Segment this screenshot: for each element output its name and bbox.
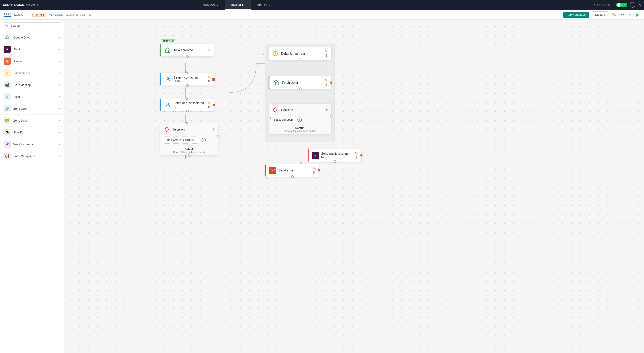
fetch-ticket-node[interactable]: Fetch ticket ✏️ 🗑 (268, 76, 331, 89)
tab-history[interactable]: HISTORY (251, 0, 277, 10)
tab-logic[interactable]: LOGIC (14, 13, 23, 16)
ticket-created-node[interactable]: REALTIME Ticket created ✏️ (160, 44, 214, 56)
apply-changes-button[interactable]: Apply changes (563, 12, 589, 18)
undo-button[interactable]: ↩ (620, 12, 625, 18)
decision-header: Decision 🗑 (268, 104, 331, 116)
shopify-icon: 🛍 (4, 129, 11, 136)
add-condition-button[interactable]: + (298, 118, 302, 122)
red-indicator (360, 154, 362, 156)
delete-icon[interactable]: 🗑 (325, 108, 328, 112)
decision2-node[interactable]: Decision 🗑 Status still open + Default N… (268, 104, 331, 134)
crm-icon (164, 76, 171, 83)
sidebar-item-google-drive[interactable]: Google Drive ▾ (0, 32, 64, 44)
edit-icon[interactable]: ✏️ (207, 101, 211, 104)
send-email-node[interactable]: Send email ✏️ 🗑 (265, 164, 319, 177)
delete-icon[interactable]: 🗑 (325, 83, 328, 86)
canvas-inner: REALTIME Ticket created ✏️ (64, 20, 355, 221)
sidebar-item-basecamp[interactable]: ⚡ Basecamp 3 ▾ (0, 67, 64, 79)
email-icon (269, 167, 276, 174)
flow-label: YOUR FLOW IS (594, 3, 613, 7)
sidebar-item-asana[interactable]: ⊕ Asana ▾ (0, 55, 64, 67)
zohodesk-icon: 🎫 (4, 117, 11, 124)
sidebar-item-slack[interactable]: # Slack ▾ (0, 44, 64, 55)
fetch-ticket-icon (272, 79, 280, 86)
google-drive-icon (4, 34, 11, 41)
sidebar-item-gotomeeting[interactable]: 📹 GoToMeeting ▾ (0, 79, 64, 91)
sidebar-item-shopify[interactable]: 🛍 Shopify ▾ (0, 127, 64, 138)
delay-icon (272, 50, 279, 57)
connector-dot (186, 72, 188, 74)
run-button[interactable]: ▶ (635, 11, 640, 19)
chevron-down-icon[interactable]: ▾ (37, 3, 38, 7)
versions-link[interactable]: VERSIONS (49, 13, 63, 16)
decision-header: Decision 🗑 (160, 123, 218, 136)
sidebar-item-woocommerce[interactable]: W WooCommerce ▾ (0, 138, 64, 150)
edit-icon[interactable]: ✏️ (207, 49, 211, 52)
chevron-icon: ▾ (59, 36, 60, 39)
add-condition-button[interactable]: + (202, 138, 206, 142)
node-header: Fetch deal associated ... ✏️ 🗑 (161, 99, 214, 111)
delete-icon[interactable]: 🗑 (212, 128, 215, 131)
app-title: Auto Escalate Ticket (3, 3, 35, 7)
decision1-node[interactable]: Decision 🗑 Deal amount > $10,000 + Defau… (160, 123, 218, 155)
send-public-channel-node[interactable]: # Send public channel m... ✏️ 🗑 (308, 149, 361, 162)
tab-summary[interactable]: SUMMARY (196, 0, 225, 10)
bottom-connector-dot (299, 88, 302, 90)
red-indicator (213, 104, 215, 106)
gotomeeting-icon: 📹 (4, 81, 11, 88)
sidebar-item-zohocampaigns[interactable]: 📢 Zoho Campaigns ▾ (0, 150, 64, 162)
delete-icon[interactable]: 🗑 (325, 54, 328, 57)
discard-button[interactable]: Discard (592, 12, 608, 18)
edit-icon[interactable]: ✏️ (325, 50, 328, 53)
canvas[interactable]: REALTIME Ticket created ✏️ (64, 20, 644, 353)
delete-icon[interactable]: 🗑 (313, 171, 316, 174)
draft-badge: • DRAFT (32, 13, 46, 17)
bottom-connector-dot (186, 84, 189, 87)
chevron-icon: ▾ (59, 131, 60, 134)
search-input[interactable] (10, 24, 58, 27)
decision1-label: Decision (173, 128, 210, 131)
toggle-label: ON (622, 3, 626, 7)
asana-icon: ⊕ (4, 58, 11, 65)
chevron-icon: ▾ (59, 60, 60, 63)
node-actions: ✏️ (207, 49, 211, 52)
delete-icon[interactable]: 🗑 (355, 156, 358, 159)
toggle-circle (617, 3, 620, 7)
edit-icon[interactable]: ✏️ (325, 79, 328, 82)
delete-icon[interactable]: 🗑 (208, 105, 210, 108)
sidebar-item-zohocrm[interactable]: 🔗 Zoho CRM ▾ (0, 103, 64, 115)
search-contact-node[interactable]: Search contact in CRM ✏️ 🗑 (160, 73, 214, 86)
condition-box: Deal amount > $10,000 (164, 137, 198, 144)
node-header: Fetch ticket ✏️ 🗑 (270, 76, 331, 89)
default-sub: None of the conditions satisfy (268, 130, 331, 132)
delete-icon[interactable]: 🗑 (208, 80, 210, 83)
send-email-label: Send email (278, 169, 310, 172)
send-public-channel-label: Send public channel m... (321, 152, 353, 159)
edit-icon[interactable]: ✏️ (312, 167, 316, 170)
nav-right: YOUR FLOW IS ON ? ✕ (594, 2, 641, 8)
branch-line (218, 130, 219, 130)
edit-icon-button[interactable]: ✏️ (611, 12, 618, 18)
tab-apps[interactable]: APPS (4, 13, 12, 17)
tab-builder[interactable]: BUILDER (225, 0, 251, 10)
edit-icon[interactable]: ✏️ (355, 152, 358, 155)
toolbar: APPS LOGIC • DRAFT VERSIONS Last saved: … (0, 10, 644, 20)
sidebar-item-zohodesk[interactable]: 🎫 Zoho Desk ▾ (0, 115, 64, 127)
edit-icon[interactable]: ✏️ (207, 76, 211, 79)
help-button[interactable]: ? (630, 2, 635, 8)
sidebar-label-google-drive: Google Drive (14, 36, 59, 39)
svg-rect-6 (270, 169, 275, 172)
delay-node[interactable]: Delay for an hour ✏️ 🗑 (268, 47, 331, 60)
node-actions: ✏️ 🗑 (312, 167, 316, 174)
flow-toggle[interactable]: ON (616, 3, 627, 7)
sidebar-item-bigin[interactable]: ▽ Bigin ▾ (0, 91, 64, 103)
search-contact-label: Search contact in CRM (174, 76, 205, 83)
close-button[interactable]: ✕ (638, 3, 641, 8)
redo-button[interactable]: ↪ (628, 12, 632, 18)
ticket-icon (164, 47, 171, 54)
fetch-deal-node[interactable]: Fetch deal associated ... ✏️ 🗑 (160, 99, 214, 111)
node-actions: ✏️ 🗑 (325, 50, 328, 57)
chevron-icon: ▾ (59, 48, 60, 51)
red-indicator (318, 169, 320, 171)
connector-dot (186, 98, 188, 100)
